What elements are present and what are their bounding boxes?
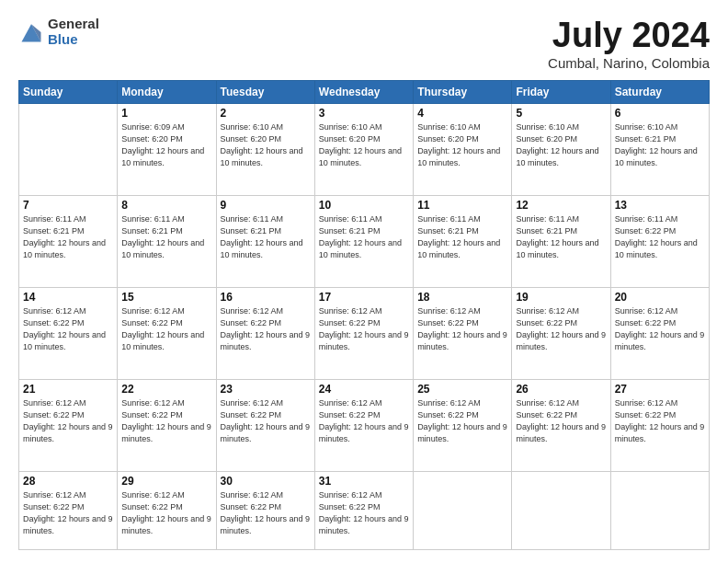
day-info: Sunrise: 6:12 AM Sunset: 6:22 PM Dayligh… — [221, 489, 311, 537]
day-number: 21 — [23, 383, 113, 396]
calendar-week-row: 7Sunrise: 6:11 AM Sunset: 6:21 PM Daylig… — [19, 195, 710, 287]
table-row: 28Sunrise: 6:12 AM Sunset: 6:22 PM Dayli… — [19, 471, 118, 549]
table-row — [610, 471, 709, 549]
table-row: 3Sunrise: 6:10 AM Sunset: 6:20 PM Daylig… — [314, 103, 413, 195]
day-number: 16 — [221, 291, 311, 304]
main-title: July 2024 — [548, 17, 710, 55]
logo-general-label: General — [48, 17, 99, 32]
col-tuesday: Tuesday — [216, 80, 314, 103]
day-info: Sunrise: 6:12 AM Sunset: 6:22 PM Dayligh… — [319, 305, 409, 353]
day-number: 22 — [121, 383, 211, 396]
table-row: 6Sunrise: 6:10 AM Sunset: 6:21 PM Daylig… — [610, 103, 709, 195]
day-number: 31 — [319, 475, 409, 488]
table-row: 4Sunrise: 6:10 AM Sunset: 6:20 PM Daylig… — [414, 103, 512, 195]
table-row — [414, 471, 512, 549]
table-row: 25Sunrise: 6:12 AM Sunset: 6:22 PM Dayli… — [414, 379, 512, 471]
day-info: Sunrise: 6:12 AM Sunset: 6:22 PM Dayligh… — [121, 489, 211, 537]
day-number: 23 — [221, 383, 311, 396]
calendar-week-row: 21Sunrise: 6:12 AM Sunset: 6:22 PM Dayli… — [19, 379, 710, 471]
col-saturday: Saturday — [610, 80, 709, 103]
table-row — [512, 471, 610, 549]
day-number: 19 — [516, 291, 606, 304]
day-info: Sunrise: 6:12 AM Sunset: 6:22 PM Dayligh… — [516, 397, 606, 445]
day-number: 1 — [121, 107, 211, 120]
day-info: Sunrise: 6:10 AM Sunset: 6:21 PM Dayligh… — [615, 121, 705, 169]
calendar-table: Sunday Monday Tuesday Wednesday Thursday… — [18, 80, 710, 550]
table-row: 5Sunrise: 6:10 AM Sunset: 6:20 PM Daylig… — [512, 103, 610, 195]
day-number: 4 — [417, 107, 507, 120]
table-row: 13Sunrise: 6:11 AM Sunset: 6:22 PM Dayli… — [610, 195, 709, 287]
col-monday: Monday — [118, 80, 216, 103]
table-row: 1Sunrise: 6:09 AM Sunset: 6:20 PM Daylig… — [118, 103, 216, 195]
day-number: 5 — [516, 107, 606, 120]
day-info: Sunrise: 6:12 AM Sunset: 6:22 PM Dayligh… — [23, 397, 113, 445]
day-info: Sunrise: 6:10 AM Sunset: 6:20 PM Dayligh… — [319, 121, 409, 169]
col-sunday: Sunday — [19, 80, 118, 103]
calendar-header-row: Sunday Monday Tuesday Wednesday Thursday… — [19, 80, 710, 103]
col-wednesday: Wednesday — [314, 80, 413, 103]
table-row: 26Sunrise: 6:12 AM Sunset: 6:22 PM Dayli… — [512, 379, 610, 471]
day-info: Sunrise: 6:10 AM Sunset: 6:20 PM Dayligh… — [516, 121, 606, 169]
col-friday: Friday — [512, 80, 610, 103]
logo-text: General Blue — [48, 17, 99, 47]
day-info: Sunrise: 6:12 AM Sunset: 6:22 PM Dayligh… — [23, 305, 113, 353]
day-number: 9 — [221, 199, 311, 212]
day-number: 3 — [319, 107, 409, 120]
day-number: 10 — [319, 199, 409, 212]
table-row: 19Sunrise: 6:12 AM Sunset: 6:22 PM Dayli… — [512, 287, 610, 379]
day-info: Sunrise: 6:12 AM Sunset: 6:22 PM Dayligh… — [516, 305, 606, 353]
day-info: Sunrise: 6:12 AM Sunset: 6:22 PM Dayligh… — [221, 305, 311, 353]
day-info: Sunrise: 6:11 AM Sunset: 6:21 PM Dayligh… — [221, 213, 311, 261]
table-row: 9Sunrise: 6:11 AM Sunset: 6:21 PM Daylig… — [216, 195, 314, 287]
table-row: 31Sunrise: 6:12 AM Sunset: 6:22 PM Dayli… — [314, 471, 413, 549]
page: General Blue July 2024 Cumbal, Narino, C… — [0, 0, 728, 563]
table-row: 22Sunrise: 6:12 AM Sunset: 6:22 PM Dayli… — [118, 379, 216, 471]
logo-icon — [18, 19, 44, 45]
subtitle: Cumbal, Narino, Colombia — [548, 55, 710, 71]
day-number: 8 — [121, 199, 211, 212]
day-info: Sunrise: 6:09 AM Sunset: 6:20 PM Dayligh… — [121, 121, 211, 169]
day-number: 17 — [319, 291, 409, 304]
day-info: Sunrise: 6:12 AM Sunset: 6:22 PM Dayligh… — [319, 397, 409, 445]
table-row: 24Sunrise: 6:12 AM Sunset: 6:22 PM Dayli… — [314, 379, 413, 471]
title-block: July 2024 Cumbal, Narino, Colombia — [548, 17, 710, 71]
table-row — [19, 103, 118, 195]
day-info: Sunrise: 6:10 AM Sunset: 6:20 PM Dayligh… — [417, 121, 507, 169]
day-info: Sunrise: 6:12 AM Sunset: 6:22 PM Dayligh… — [615, 305, 705, 353]
calendar-week-row: 1Sunrise: 6:09 AM Sunset: 6:20 PM Daylig… — [19, 103, 710, 195]
day-info: Sunrise: 6:12 AM Sunset: 6:22 PM Dayligh… — [417, 397, 507, 445]
day-info: Sunrise: 6:12 AM Sunset: 6:22 PM Dayligh… — [23, 489, 113, 537]
day-info: Sunrise: 6:10 AM Sunset: 6:20 PM Dayligh… — [221, 121, 311, 169]
table-row: 21Sunrise: 6:12 AM Sunset: 6:22 PM Dayli… — [19, 379, 118, 471]
table-row: 2Sunrise: 6:10 AM Sunset: 6:20 PM Daylig… — [216, 103, 314, 195]
day-number: 11 — [417, 199, 507, 212]
day-number: 27 — [615, 383, 705, 396]
day-number: 28 — [23, 475, 113, 488]
day-number: 7 — [23, 199, 113, 212]
day-info: Sunrise: 6:11 AM Sunset: 6:21 PM Dayligh… — [417, 213, 507, 261]
table-row: 29Sunrise: 6:12 AM Sunset: 6:22 PM Dayli… — [118, 471, 216, 549]
day-number: 6 — [615, 107, 705, 120]
day-number: 29 — [121, 475, 211, 488]
table-row: 17Sunrise: 6:12 AM Sunset: 6:22 PM Dayli… — [314, 287, 413, 379]
day-info: Sunrise: 6:12 AM Sunset: 6:22 PM Dayligh… — [221, 397, 311, 445]
col-thursday: Thursday — [414, 80, 512, 103]
day-number: 20 — [615, 291, 705, 304]
day-info: Sunrise: 6:11 AM Sunset: 6:21 PM Dayligh… — [319, 213, 409, 261]
day-info: Sunrise: 6:11 AM Sunset: 6:22 PM Dayligh… — [615, 213, 705, 261]
day-number: 13 — [615, 199, 705, 212]
day-number: 12 — [516, 199, 606, 212]
day-number: 24 — [319, 383, 409, 396]
day-info: Sunrise: 6:11 AM Sunset: 6:21 PM Dayligh… — [121, 213, 211, 261]
day-info: Sunrise: 6:11 AM Sunset: 6:21 PM Dayligh… — [23, 213, 113, 261]
day-number: 18 — [417, 291, 507, 304]
calendar-week-row: 14Sunrise: 6:12 AM Sunset: 6:22 PM Dayli… — [19, 287, 710, 379]
calendar-week-row: 28Sunrise: 6:12 AM Sunset: 6:22 PM Dayli… — [19, 471, 710, 549]
day-number: 30 — [221, 475, 311, 488]
day-number: 25 — [417, 383, 507, 396]
day-number: 14 — [23, 291, 113, 304]
header: General Blue July 2024 Cumbal, Narino, C… — [18, 17, 710, 71]
table-row: 16Sunrise: 6:12 AM Sunset: 6:22 PM Dayli… — [216, 287, 314, 379]
table-row: 30Sunrise: 6:12 AM Sunset: 6:22 PM Dayli… — [216, 471, 314, 549]
day-info: Sunrise: 6:12 AM Sunset: 6:22 PM Dayligh… — [417, 305, 507, 353]
